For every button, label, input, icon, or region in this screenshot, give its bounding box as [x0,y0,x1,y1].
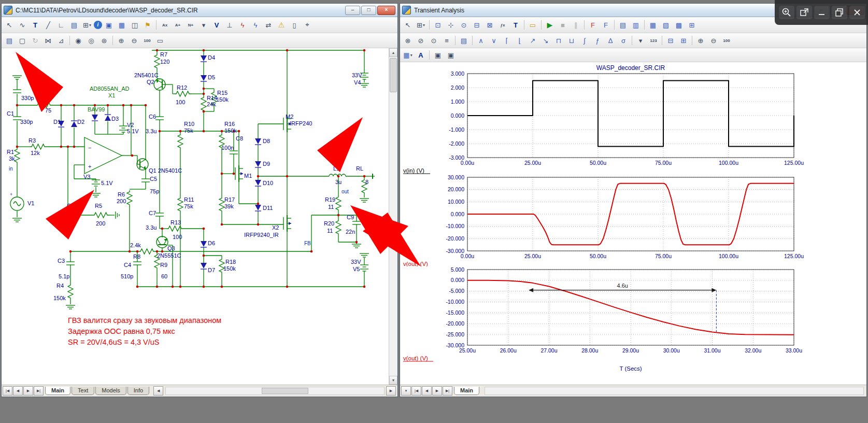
numeric-output-icon[interactable]: 123 [647,35,660,46]
print-preview-icon[interactable]: ▭ [154,35,166,46]
flip-tool-icon[interactable]: ⊿ [55,35,67,46]
integral-tool-icon[interactable]: ∫ [578,35,591,46]
high-tool-icon[interactable]: ⌈ [501,35,513,46]
stop-button-icon[interactable]: ■ [557,19,569,31]
attributes-dialog-icon[interactable]: ▤ [3,35,16,46]
formula-text-icon[interactable]: ƒx [496,19,509,31]
minimize-button[interactable]: – [345,6,360,15]
border-display-icon[interactable]: ▯ [288,19,301,31]
restore-icon[interactable] [832,6,847,19]
point-tag-icon[interactable]: ⊙ [458,19,470,31]
hscroll-track[interactable] [485,387,864,395]
tab-nav-button-3[interactable]: ▶ [432,386,442,396]
warning-display-icon[interactable]: ⚠ [275,19,288,31]
value-list-icon[interactable]: ≡ [440,35,453,46]
copy-page-icon[interactable]: ▣ [432,49,444,61]
tab-text[interactable]: Text [72,387,94,395]
properties-dialog-icon[interactable]: ▤ [458,35,470,46]
vscroll-track[interactable] [389,57,397,376]
hscroll-left-icon[interactable]: ◀ [153,386,163,396]
stack-plots-icon[interactable]: ▧ [660,19,672,31]
mirror-tool-icon[interactable]: ⋈ [42,35,54,46]
tile-plots-icon[interactable]: ▤ [617,19,629,31]
restore-button[interactable]: □ [361,6,376,15]
cursor-mode-icon[interactable]: ⊹ [445,19,457,31]
hscroll-track[interactable] [165,387,385,395]
pause-button-icon[interactable]: ∥ [570,19,582,31]
tab-nav-button-1[interactable]: ◀ [13,386,23,396]
scroll-up-icon[interactable]: ▲ [389,48,397,57]
tag-menu-icon[interactable]: ▾ [634,35,647,46]
fourier-window-icon[interactable]: F [600,19,612,31]
vertical-tag-icon[interactable]: ⊠ [483,19,496,31]
power-probe-icon[interactable]: ϟ [249,19,262,31]
horizontal-tag-icon[interactable]: ⊟ [471,19,483,31]
part-finder-icon[interactable]: ⌖ [301,19,314,31]
graphics-tool-icon[interactable]: ▤ [68,19,80,31]
function-tool-icon[interactable]: ƒ [591,35,604,46]
find-text-icon[interactable]: Ax [159,19,171,31]
info-mode-icon[interactable]: i [94,21,102,29]
zoom-out-tool-icon[interactable]: ⊖ [707,35,720,46]
zoom-100-tool-icon[interactable]: 100 [720,35,733,46]
close-button[interactable]: × [377,6,395,15]
grid-toggle-icon[interactable]: ⊞ [686,19,698,31]
current-probe-icon[interactable]: ϟ [236,19,249,31]
open-external-icon[interactable] [796,6,812,19]
tab-info[interactable]: Info [127,387,149,395]
transient-plot-vout[interactable]: 0.00u25.00u50.00u75.00u100.00u125.00u30.… [400,174,865,266]
analysis-window-icon[interactable]: ◫ [129,19,141,31]
zoom-in-tool-icon[interactable]: ⊕ [115,35,127,46]
open-document-icon[interactable]: ▭ [527,19,539,31]
separate-plots-icon[interactable]: ▦ [647,19,659,31]
node-numbers-icon[interactable]: A+ [172,19,184,31]
text-tool-icon[interactable]: T [29,19,41,31]
minimize-icon[interactable] [814,6,830,19]
component-picker-icon[interactable]: ⊞▾ [415,19,427,31]
schematic-canvas[interactable]: +−+330pR275AD8055AN_ADX1C1330pD1D2BAV99D… [2,48,388,385]
digital-display-icon[interactable]: ▦ [116,19,128,31]
tab-nav-button-0[interactable]: ▾ [401,386,411,396]
valley-tool-icon[interactable]: ∨ [488,35,500,46]
stats-tool-icon[interactable]: σ [617,35,630,46]
schematic-titlebar[interactable]: C:\MC11\DATA\Petrov\LDsound\decoder\WASP… [2,4,397,17]
wire-tool-icon[interactable]: ╱ [42,19,54,31]
run-button-icon[interactable]: ▶ [544,19,556,31]
tab-main[interactable]: Main [454,387,479,395]
copy-window-icon[interactable]: ▣ [445,49,457,61]
data-points-icon[interactable]: ▩ [673,19,685,31]
rise-tool-icon[interactable]: ↗ [527,35,539,46]
scroll-down-icon[interactable]: ▼ [389,376,397,385]
tab-nav-button-3[interactable]: ▶| [34,386,44,396]
tab-nav-button-2[interactable]: ◀ [422,386,432,396]
tab-nav-button-2[interactable]: ▶ [23,386,33,396]
tab-nav-button-0[interactable]: |◀ [3,386,12,396]
vscroll-thumb[interactable] [390,58,397,92]
flag-tool-icon[interactable]: ⚑ [141,19,154,31]
hscroll-thumb[interactable] [262,388,308,394]
peak-tool-icon[interactable]: ∧ [475,35,487,46]
log-scale-icon[interactable]: ⊙ [428,35,440,46]
box-select-icon[interactable]: ▢ [16,35,29,46]
pin-numbers-icon[interactable]: N+ [184,19,197,31]
close-icon[interactable] [849,6,865,19]
zoom-100-tool-icon[interactable]: 100 [141,35,153,46]
transient-plot-vout-zoom[interactable]: 25.00u26.00u27.00u28.00u29.00u30.00u31.0… [400,266,865,373]
diagonal-wire-tool-icon[interactable]: ∟ [55,19,67,31]
tab-nav-button-1[interactable]: |◀ [411,386,421,396]
file-link-mode-icon[interactable]: ▣ [103,19,115,31]
text-mode-icon[interactable]: A [415,49,427,61]
tab-models[interactable]: Models [95,387,126,395]
select-tool-icon[interactable]: ↖ [402,19,414,31]
y-axis-settings-icon[interactable]: ⊘ [415,35,427,46]
split-horizontal-icon[interactable]: ⊟ [664,35,677,46]
overlay-plots-icon[interactable]: ▥ [630,19,642,31]
bottom-tool-icon[interactable]: ⊔ [565,35,578,46]
pin-connections-icon[interactable]: ⊥ [223,19,236,31]
find-next-tool-icon[interactable]: ◎ [85,35,97,46]
tab-main[interactable]: Main [45,387,70,395]
grid-menu-icon[interactable]: ▦▾ [402,49,414,61]
display-menu-icon[interactable]: ▾ [197,19,210,31]
zoom-out-tool-icon[interactable]: ⊖ [128,35,140,46]
zoom-in-icon[interactable] [779,6,794,19]
